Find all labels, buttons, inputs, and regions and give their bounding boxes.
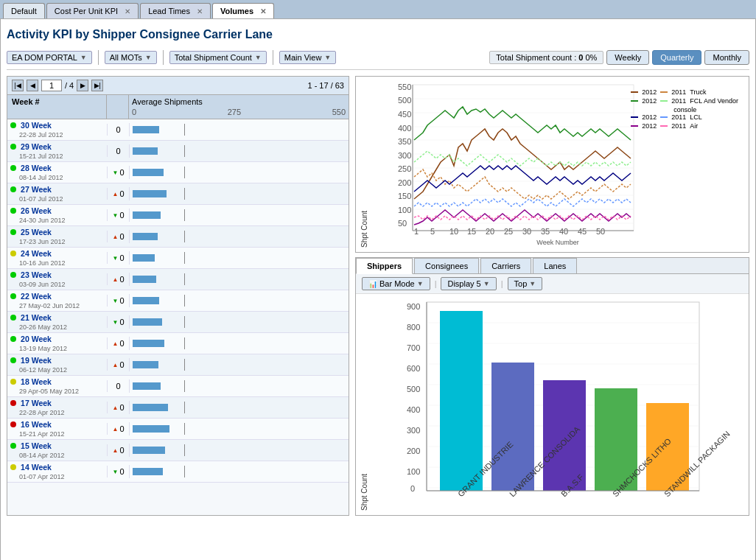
tab-volumes[interactable]: Volumes ✕ <box>212 3 274 18</box>
view-selector[interactable]: Main View ▼ <box>279 51 336 64</box>
tab-cost-per-unit[interactable]: Cost Per Unit KPI ✕ <box>46 3 139 18</box>
table-row[interactable]: 29 Week 15-21 Jul 2012 0 <box>7 141 349 162</box>
close-icon[interactable]: ✕ <box>125 7 130 15</box>
first-page-button[interactable]: |◀ <box>12 80 24 91</box>
bar-cell <box>129 358 239 371</box>
val-cell: ▲0 <box>107 359 129 371</box>
tab-shippers[interactable]: Shippers <box>356 258 413 274</box>
tab-lead-times[interactable]: Lead Times ✕ <box>140 3 211 18</box>
week-name: 29 Week <box>21 142 52 151</box>
mid-line <box>184 444 185 456</box>
bar-container <box>133 189 236 199</box>
bar-grant[interactable] <box>440 311 483 491</box>
table-row[interactable]: 25 Week 17-23 Jun 2012 ▲0 <box>7 226 349 248</box>
svg-text:100: 100 <box>398 206 411 214</box>
week-date: 20-26 May 2012 <box>10 322 67 331</box>
last-page-button[interactable]: ▶| <box>91 80 103 91</box>
chevron-down-icon: ▼ <box>483 280 490 287</box>
table-row[interactable]: 26 Week 24-30 Jun 2012 ▼0 <box>7 205 349 226</box>
status-dot <box>10 379 16 385</box>
bar-mode-button[interactable]: 📊 Bar Mode ▼ <box>362 277 430 290</box>
week-cell: 21 Week 20-26 May 2012 <box>7 312 107 332</box>
bar-fill <box>133 297 159 304</box>
table-row[interactable]: 30 Week 22-28 Jul 2012 0 <box>7 119 349 141</box>
tab-cost-label: Cost Per Unit KPI <box>55 7 118 15</box>
mid-line <box>184 231 185 242</box>
bar-cell <box>129 315 239 329</box>
bar-fill <box>133 382 161 390</box>
mots-selector[interactable]: All MOTs ▼ <box>105 51 157 64</box>
bar-container <box>133 274 236 284</box>
portal-selector[interactable]: EA DOM PORTAL ▼ <box>7 51 92 64</box>
mid-line <box>184 209 185 221</box>
prev-page-button[interactable]: ◀ <box>27 80 38 91</box>
chevron-down-icon: ▼ <box>145 54 152 61</box>
monthly-button[interactable]: Monthly <box>704 50 749 65</box>
status-dot <box>10 165 16 171</box>
count-pct: 0% <box>585 53 597 62</box>
tab-carriers[interactable]: Carriers <box>480 258 531 273</box>
bar-max: 550 <box>332 108 346 116</box>
tab-lanes[interactable]: Lanes <box>533 258 577 273</box>
val-cell: ▲0 <box>107 402 129 413</box>
val-num: 0 <box>119 403 124 412</box>
table-row[interactable]: 24 Week 10-16 Jun 2012 ▼0 <box>7 248 349 269</box>
table-row[interactable]: 17 Week 22-28 Apr 2012 ▲0 <box>7 397 349 419</box>
chart-svg-wrapper: 550 500 450 400 350 300 250 200 150 100 … <box>371 81 744 248</box>
mid-line <box>184 252 185 264</box>
table-row[interactable]: 27 Week 01-07 Jul 2012 ▲0 <box>7 183 349 205</box>
bar-mode-label: Bar Mode <box>379 279 415 288</box>
table-row[interactable]: 16 Week 15-21 Apr 2012 ▲0 <box>7 419 349 440</box>
col-week-header[interactable]: Week # <box>7 95 107 119</box>
val-num: 0 <box>116 382 120 391</box>
close-icon[interactable]: ✕ <box>260 7 266 15</box>
weekly-button[interactable]: Weekly <box>606 50 649 65</box>
legend-truck-text: Truck <box>690 88 706 96</box>
next-page-button[interactable]: ▶ <box>77 80 88 91</box>
week-cell: 17 Week 22-28 Apr 2012 <box>7 397 107 418</box>
legend-air-2012-label: 2012 <box>642 122 657 130</box>
svg-text:50: 50 <box>398 219 407 228</box>
y-axis-label: Shpt Count <box>360 81 368 248</box>
week-date: 17-23 Jun 2012 <box>10 237 66 245</box>
status-dot <box>10 122 16 128</box>
status-dot <box>10 421 16 427</box>
week-name: 14 Week <box>21 463 52 472</box>
week-name: 25 Week <box>21 228 52 237</box>
svg-text:800: 800 <box>407 323 420 332</box>
status-dot <box>10 144 16 150</box>
svg-text:500: 500 <box>398 96 411 105</box>
table-row[interactable]: 20 Week 13-19 May 2012 ▲0 <box>7 333 349 354</box>
week-name: 18 Week <box>21 377 52 386</box>
week-cell: 19 Week 06-12 May 2012 <box>7 354 107 375</box>
top-button[interactable]: Top ▼ <box>508 277 543 290</box>
page-title: Activity KPI by Shipper Consignee Carrie… <box>7 25 749 44</box>
tab-default[interactable]: Default <box>3 3 45 18</box>
table-row[interactable]: 14 Week 01-07 Apr 2012 ▼0 <box>7 461 349 483</box>
toolbar-pipe: | <box>435 279 437 288</box>
week-cell: 28 Week 08-14 Jul 2012 <box>7 162 107 183</box>
table-row[interactable]: 23 Week 03-09 Jun 2012 ▲0 <box>7 269 349 290</box>
legend-truck-2011-label: 2011 <box>671 88 686 96</box>
week-name: 23 Week <box>21 270 52 279</box>
table-row[interactable]: 18 Week 29 Apr-05 May 2012 0 <box>7 376 349 397</box>
table-row[interactable]: 19 Week 06-12 May 2012 ▲0 <box>7 354 349 376</box>
shipment-type-selector[interactable]: Total Shipment Count ▼ <box>169 51 267 64</box>
table-row[interactable]: 22 Week 27 May-02 Jun 2012 ▼0 <box>7 290 349 312</box>
table-row[interactable]: 21 Week 20-26 May 2012 ▼0 <box>7 312 349 333</box>
bar-fill <box>133 318 162 326</box>
val-num: 0 <box>119 232 124 241</box>
table-row[interactable]: 28 Week 08-14 Jul 2012 ▼0 <box>7 162 349 183</box>
table-row[interactable]: 15 Week 08-14 Apr 2012 ▲0 <box>7 440 349 461</box>
tab-consignees[interactable]: Consignees <box>414 258 479 273</box>
page-input[interactable] <box>41 80 62 91</box>
bar-container <box>133 381 236 391</box>
week-date: 10-16 Jun 2012 <box>10 258 66 267</box>
close-icon[interactable]: ✕ <box>197 7 203 15</box>
tab-default-label: Default <box>11 7 37 15</box>
bar-cell <box>129 294 239 307</box>
quarterly-button[interactable]: Quarterly <box>652 50 701 65</box>
val-cell: ▲0 <box>107 337 129 349</box>
display-button[interactable]: Display 5 ▼ <box>441 277 496 290</box>
legend-lcl-2011-icon <box>660 116 668 118</box>
